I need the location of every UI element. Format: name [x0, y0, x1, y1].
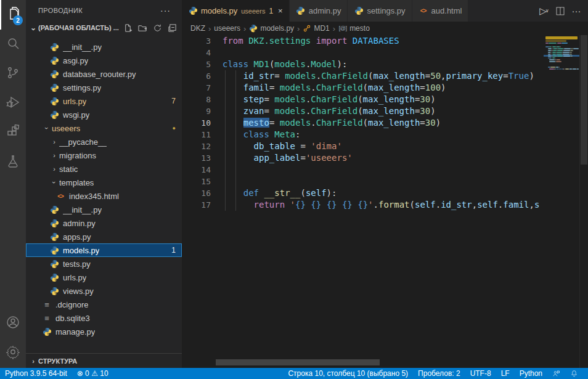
code-line-text: mesto= models.CharField(max_length=30) — [211, 117, 441, 129]
activity-item-search[interactable] — [0, 30, 26, 59]
activity-item-accounts[interactable] — [0, 309, 26, 338]
tree-item[interactable]: views.py — [26, 284, 182, 298]
tree-item[interactable]: ›useeers● — [26, 121, 182, 135]
breadcrumb-item-models.py[interactable]: models.py — [249, 24, 294, 33]
code-line[interactable]: 10 mesto= models.CharField(max_length=30… — [182, 117, 588, 129]
refresh-icon[interactable] — [152, 23, 162, 33]
activity-item-testing[interactable] — [0, 148, 26, 177]
tree-item[interactable]: ≡.dcignore — [26, 298, 182, 311]
new-file-icon[interactable] — [123, 23, 133, 33]
status-cursor-position[interactable]: Строка 10, столбец 10 (выбрано 5) — [283, 368, 413, 379]
tree-item-badge: ● — [173, 125, 176, 131]
horizontal-scrollbar[interactable] — [216, 359, 380, 365]
code-line[interactable]: 12 db_table = 'dima' — [182, 141, 588, 152]
tab-close-icon[interactable]: × — [278, 6, 283, 15]
code-line[interactable]: 8 step= models.CharField(max_length=30) — [182, 94, 588, 105]
code-editor[interactable]: 3from DKZ.settings import DATABASES45cla… — [182, 35, 588, 368]
tree-item[interactable]: wsgi.py — [26, 108, 182, 121]
explorer-title: ПРОВОДНИК — [38, 7, 83, 14]
tab-aud.html[interactable]: <>aud.html — [412, 0, 469, 22]
tree-item[interactable]: manage.py — [26, 325, 182, 338]
breadcrumb-item-MD1[interactable]: MD1 — [303, 24, 329, 33]
code-line[interactable]: 16 def __str__(self): — [182, 187, 588, 199]
python-file-icon — [49, 35, 59, 36]
code-line[interactable]: 6 id_str= models.CharField(max_length=50… — [182, 70, 588, 82]
code-line[interactable]: 13 app_label='useeers' — [182, 152, 588, 164]
activity-item-source-control[interactable] — [0, 59, 26, 89]
status-feedback-icon[interactable] — [547, 368, 565, 379]
tree-item[interactable]: ≡db.sqlite3 — [26, 311, 182, 325]
outline-section-header[interactable]: › СТРУКТУРА — [26, 353, 182, 368]
split-editor-icon[interactable] — [553, 4, 567, 18]
tree-item[interactable]: __init__.py — [26, 203, 182, 216]
breadcrumb-item-useeers[interactable]: useeers — [214, 24, 240, 33]
views-more-actions-icon[interactable]: ··· — [160, 6, 171, 15]
tree-item[interactable]: tests.py — [26, 257, 182, 271]
code-line[interactable]: 11 class Meta: — [182, 129, 588, 141]
tab-settings.py[interactable]: settings.py — [348, 0, 412, 22]
status-encoding[interactable]: UTF-8 — [465, 368, 496, 379]
tree-item[interactable]: urls.py — [26, 271, 182, 284]
run-python-icon[interactable]: ▷∨ — [537, 4, 551, 18]
tree-item[interactable]: apps.py — [26, 230, 182, 243]
minimap-token — [577, 68, 579, 70]
breadcrumb-label: models.py — [260, 24, 294, 33]
code-line[interactable]: 14 — [182, 164, 588, 176]
minimap-token — [549, 43, 557, 44]
tree-item[interactable]: ›__pycache__ — [26, 135, 182, 149]
code-line[interactable]: 17 return '{} {} {} {} {}'.format(self.i… — [182, 199, 588, 211]
status-language-mode[interactable]: Python — [515, 368, 547, 379]
tree-item[interactable]: <>index345.html — [26, 189, 182, 203]
tab-problems-badge: 1 — [269, 7, 273, 15]
activity-item-run-and-debug[interactable] — [0, 89, 26, 118]
tree-item[interactable]: indexelement — [26, 35, 182, 40]
status-eol[interactable]: LF — [496, 368, 515, 379]
tree-item[interactable]: ›migrations — [26, 149, 182, 162]
minimap-token — [556, 61, 561, 62]
code-line[interactable]: 9 zvan= models.CharField(max_length=30) — [182, 105, 588, 117]
outline-chevron-icon: › — [28, 357, 38, 365]
tree-item[interactable]: asgi.py — [26, 54, 182, 67]
code-line-text: app_label='useeers' — [211, 152, 353, 164]
tree-item[interactable]: admin.py — [26, 216, 182, 230]
collapse-all-icon[interactable] — [167, 23, 177, 33]
activity-item-extensions[interactable] — [0, 118, 26, 148]
breadcrumb-item-mesto[interactable]: [@]mesto — [338, 24, 370, 33]
activity-item-manage[interactable] — [0, 338, 26, 368]
code-line[interactable]: 3from DKZ.settings import DATABASES — [182, 35, 588, 47]
tree-item[interactable]: urls.py7 — [26, 94, 182, 108]
status-python-3-9-5-64-bit[interactable]: Python 3.9.5 64-bit — [0, 368, 72, 379]
activity-item-explorer[interactable]: 2 — [0, 0, 26, 30]
status-bar-right: Строка 10, столбец 10 (выбрано 5)Пробело… — [283, 368, 588, 379]
vertical-scrollbar[interactable] — [579, 35, 588, 368]
status-notifications-bell-icon[interactable] — [565, 368, 583, 379]
code-line[interactable]: 5class MD1(models.Model): — [182, 59, 588, 70]
more-actions-icon[interactable]: ··· — [570, 4, 583, 18]
code-line-text: class Meta: — [211, 129, 300, 141]
tree-item[interactable]: settings.py — [26, 81, 182, 94]
tab-admin.py[interactable]: admin.py — [290, 0, 348, 22]
vertical-scrollbar-thumb[interactable] — [581, 35, 587, 165]
new-folder-icon[interactable] — [137, 23, 147, 33]
tree-item[interactable]: __init__.py — [26, 40, 182, 54]
status-problems[interactable]: ⊗ 0 ⚠ 10 — [72, 368, 113, 379]
minimap[interactable] — [544, 35, 579, 368]
code-line[interactable]: 15 — [182, 176, 588, 187]
editor-actions: ▷∨··· — [537, 0, 588, 22]
tab-models.py[interactable]: models.pyuseeers1× — [182, 0, 290, 22]
code-line[interactable]: 4 — [182, 47, 588, 59]
status-indentation[interactable]: Пробелов: 2 — [413, 368, 465, 379]
code-line[interactable]: 7 famil= models.CharField(max_length=100… — [182, 82, 588, 94]
breadcrumb-item-DKZ[interactable]: DKZ — [190, 24, 205, 33]
code-line-text: from DKZ.settings import DATABASES — [211, 35, 399, 47]
tree-item[interactable]: ›static — [26, 162, 182, 176]
line-number: 8 — [182, 94, 211, 105]
minimap-token — [548, 48, 552, 49]
tree-item[interactable]: ›templates — [26, 176, 182, 189]
explorer-sidebar: ПРОВОДНИК ··· ⌄ (РАБОЧАЯ ОБЛАСТЬ) ... in… — [26, 0, 182, 368]
minimap-token — [553, 50, 557, 51]
tree-item[interactable]: database_roouter.py — [26, 67, 182, 81]
minimap-token — [558, 68, 560, 70]
tree-item[interactable]: models.py1 — [26, 243, 182, 257]
workspace-section-header[interactable]: ⌄ (РАБОЧАЯ ОБЛАСТЬ) ... — [26, 21, 182, 35]
